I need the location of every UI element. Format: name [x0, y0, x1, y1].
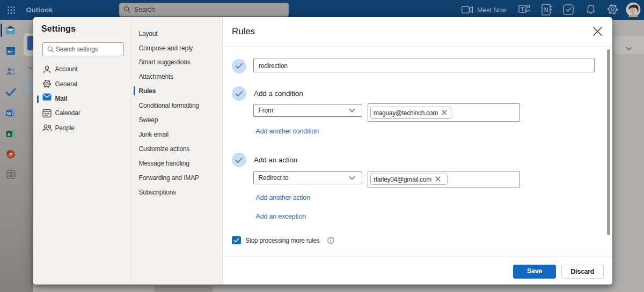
svg-text:W: W — [7, 111, 12, 116]
svg-text:N: N — [544, 6, 548, 13]
svg-text:X: X — [8, 132, 11, 137]
svg-text:T: T — [521, 6, 524, 12]
svg-text:P: P — [9, 152, 13, 158]
